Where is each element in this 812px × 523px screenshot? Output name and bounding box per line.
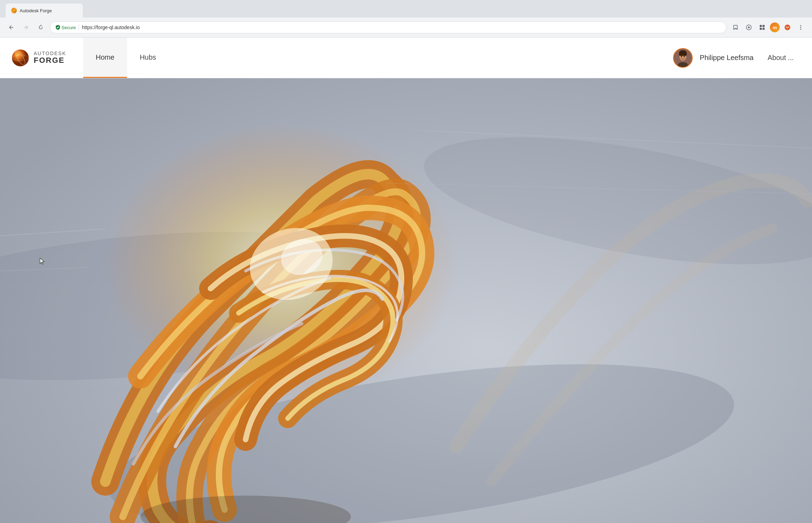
svg-point-10 [12, 49, 29, 66]
logo-text: AUTODESK FORGE [34, 51, 66, 65]
svg-rect-16 [679, 52, 687, 56]
secure-badge: Secure [56, 25, 76, 30]
active-tab[interactable]: Autodesk Forge [6, 4, 83, 18]
toolbar-icons: m [730, 22, 806, 33]
user-name: Philippe Leefsma [700, 54, 753, 62]
tab-title: Autodesk Forge [20, 8, 52, 13]
nav-item-home[interactable]: Home [83, 38, 127, 78]
forward-button[interactable] [20, 22, 32, 33]
user-avatar [673, 48, 693, 68]
back-button[interactable] [6, 22, 17, 33]
logo-forge: FORGE [34, 56, 66, 65]
extension-button-1[interactable] [743, 22, 754, 33]
extension-button-2[interactable] [757, 22, 768, 33]
browser-tabs: Autodesk Forge [0, 0, 812, 18]
browser-menu-button[interactable] [782, 22, 793, 33]
address-bar-divider [79, 24, 79, 31]
logo-autodesk: AUTODESK [34, 51, 66, 56]
svg-point-7 [800, 25, 801, 26]
browser-toolbar: Secure https://forge-ql.autodesk.io [0, 18, 812, 37]
autodesk-forge-logo-icon [11, 49, 29, 67]
about-link[interactable]: About ... [761, 54, 801, 62]
customize-button[interactable] [795, 22, 806, 33]
svg-rect-5 [763, 28, 765, 30]
svg-point-1 [748, 27, 750, 28]
address-bar[interactable]: Secure https://forge-ql.autodesk.io [50, 21, 726, 33]
svg-point-8 [800, 27, 801, 28]
svg-point-19 [684, 56, 685, 57]
url-text: https://forge-ql.autodesk.io [82, 25, 140, 30]
svg-rect-4 [760, 28, 762, 30]
tab-favicon [11, 8, 17, 13]
nav-item-hubs[interactable]: Hubs [127, 38, 169, 78]
nav-items: Home Hubs [83, 38, 673, 78]
svg-point-9 [800, 29, 801, 30]
hero-background [0, 78, 812, 523]
browser-chrome: Autodesk Forge Secure [0, 0, 812, 38]
hero-section [0, 78, 812, 523]
browser-profile-icon[interactable]: m [770, 22, 780, 32]
app-navbar: AUTODESK FORGE Home Hubs [0, 38, 812, 78]
nav-right: Philippe Leefsma About ... [673, 48, 801, 68]
secure-label: Secure [61, 25, 76, 30]
svg-point-18 [681, 56, 682, 57]
reload-button[interactable] [35, 22, 46, 33]
svg-point-6 [785, 25, 790, 30]
svg-rect-2 [760, 25, 762, 27]
user-avatar-image [674, 49, 692, 67]
app-container: AUTODESK FORGE Home Hubs [0, 38, 812, 523]
bookmark-button[interactable] [730, 22, 741, 33]
svg-rect-3 [763, 25, 765, 27]
app-logo: AUTODESK FORGE [11, 49, 66, 67]
